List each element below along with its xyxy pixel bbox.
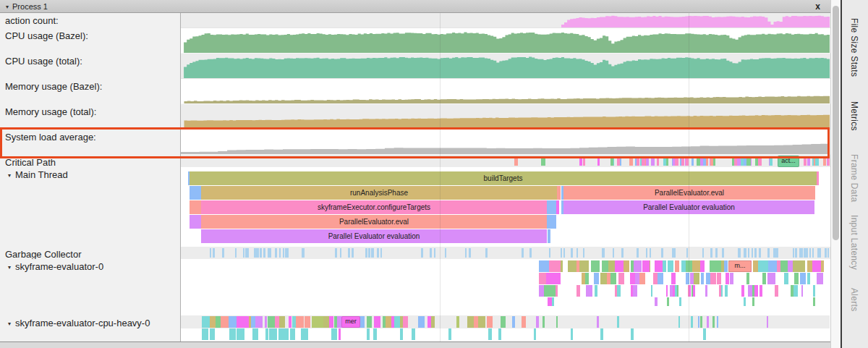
- trace-slice[interactable]: [597, 156, 600, 166]
- tab-input-latency[interactable]: Input Latency: [849, 215, 859, 270]
- event-chip[interactable]: act...: [778, 156, 799, 167]
- trace-slice[interactable]: [693, 285, 695, 297]
- trace-slice[interactable]: [738, 248, 740, 258]
- trace-slice[interactable]: [650, 248, 651, 258]
- trace-slice[interactable]: [795, 248, 796, 258]
- skyframe-evaluator-0-row-track[interactable]: m...: [181, 259, 830, 311]
- trace-slice[interactable]: [796, 260, 804, 272]
- trace-slice[interactable]: [544, 285, 556, 297]
- span-parallel-evaluator-evaluation[interactable]: Parallel Evaluator evaluation: [201, 229, 547, 243]
- trace-slice[interactable]: [263, 248, 265, 258]
- trace-slice[interactable]: [367, 328, 370, 340]
- trace-slice[interactable]: [715, 248, 718, 258]
- trace-slice[interactable]: [646, 248, 648, 258]
- trace-slice[interactable]: [552, 297, 554, 306]
- vertical-scrollbar-thumb[interactable]: [833, 6, 839, 240]
- trace-slice[interactable]: [534, 328, 536, 340]
- trace-slice[interactable]: [579, 260, 590, 272]
- trace-slice[interactable]: [675, 156, 678, 166]
- trace-slice[interactable]: [260, 248, 262, 258]
- trace-slice[interactable]: [380, 248, 382, 258]
- trace-slice[interactable]: [243, 316, 249, 328]
- close-icon[interactable]: x: [815, 0, 820, 13]
- trace-slice[interactable]: [488, 328, 491, 340]
- garbage-collector-row-track[interactable]: [181, 247, 830, 259]
- trace-slice[interactable]: [827, 156, 830, 166]
- trace-slice[interactable]: [403, 316, 407, 328]
- trace-slice[interactable]: [827, 248, 830, 258]
- trace-slice[interactable]: [701, 156, 703, 166]
- trace-slice[interactable]: [801, 248, 803, 258]
- trace-slice[interactable]: [600, 273, 606, 284]
- trace-slice[interactable]: [710, 156, 713, 166]
- trace-slice[interactable]: [677, 285, 678, 297]
- trace-slice[interactable]: [667, 297, 669, 306]
- main-thread-row-collapse-arrow-icon[interactable]: ▾: [8, 172, 11, 179]
- trace-slice[interactable]: [394, 316, 401, 328]
- collapse-arrow-icon[interactable]: ▾: [6, 1, 9, 14]
- trace-slice[interactable]: [710, 260, 721, 272]
- trace-slice[interactable]: [655, 297, 657, 306]
- trace-slice[interactable]: [793, 285, 797, 297]
- trace-slice[interactable]: [748, 248, 749, 258]
- trace-slice[interactable]: [707, 316, 709, 328]
- trace-slice[interactable]: [752, 248, 753, 258]
- trace-slice[interactable]: [523, 316, 526, 328]
- trace-slice[interactable]: [692, 156, 694, 166]
- trace-slice[interactable]: [651, 285, 652, 297]
- trace-slice[interactable]: [279, 316, 285, 328]
- trace-slice[interactable]: [710, 248, 712, 258]
- trace-slice[interactable]: [279, 248, 281, 258]
- trace-slice[interactable]: [658, 273, 663, 284]
- span-slice[interactable]: [190, 200, 201, 214]
- trace-slice[interactable]: [600, 328, 603, 340]
- trace-slice[interactable]: [610, 273, 616, 284]
- trace-slice[interactable]: [269, 248, 271, 258]
- trace-slice[interactable]: [335, 248, 337, 258]
- trace-slice[interactable]: [724, 260, 728, 272]
- trace-slice[interactable]: [431, 316, 435, 328]
- trace-slice[interactable]: [668, 260, 673, 272]
- span-parallel-evaluator-evaluation[interactable]: Parallel Evaluator evaluation: [563, 200, 814, 214]
- trace-slice[interactable]: [205, 316, 210, 328]
- trace-slice[interactable]: [610, 156, 613, 166]
- monitor-row-action-count-track[interactable]: [181, 13, 830, 28]
- trace-slice[interactable]: [717, 273, 720, 284]
- trace-slice[interactable]: [602, 260, 608, 272]
- trace-slice[interactable]: [501, 316, 506, 328]
- monitor-row-cpu-total-track[interactable]: [181, 54, 830, 79]
- trace-slice[interactable]: [539, 260, 549, 272]
- trace-slice[interactable]: [539, 285, 544, 297]
- tab-alerts[interactable]: Alerts: [849, 288, 859, 311]
- trace-slice[interactable]: [672, 248, 674, 258]
- trace-slice[interactable]: [334, 328, 337, 340]
- trace-slice[interactable]: [522, 248, 524, 258]
- trace-slice[interactable]: [712, 316, 715, 328]
- trace-slice[interactable]: [285, 328, 289, 340]
- trace-slice[interactable]: [794, 273, 799, 284]
- horizontal-scrollbar[interactable]: [0, 341, 830, 348]
- trace-slice[interactable]: [256, 328, 258, 340]
- monitor-row-mem-total-track[interactable]: [181, 104, 830, 130]
- span-parallelevaluator-eval[interactable]: ParallelEvaluator.eval: [201, 215, 547, 229]
- trace-slice[interactable]: [549, 260, 561, 272]
- trace-slice[interactable]: [692, 260, 700, 272]
- trace-slice[interactable]: [661, 248, 663, 258]
- trace-slice[interactable]: [617, 156, 621, 166]
- trace-slice[interactable]: [744, 156, 747, 166]
- span-skyframeexecutor-configuretargets[interactable]: skyframeExecutor.configureTargets: [201, 200, 547, 214]
- trace-slice[interactable]: [498, 328, 501, 340]
- trace-slice[interactable]: [302, 248, 304, 258]
- trace-slice[interactable]: [694, 273, 699, 284]
- trace-slice[interactable]: [681, 156, 684, 166]
- trace-slice[interactable]: [583, 248, 585, 258]
- trace-slice[interactable]: [825, 248, 827, 258]
- span-parallelevaluator-eval[interactable]: ParallelEvaluator.eval: [563, 186, 815, 200]
- trace-slice[interactable]: [686, 248, 689, 258]
- trace-slice[interactable]: [247, 248, 249, 258]
- trace-slice[interactable]: [258, 248, 259, 258]
- trace-slice[interactable]: [657, 156, 659, 166]
- trace-slice[interactable]: [679, 297, 681, 306]
- trace-slice[interactable]: [812, 260, 821, 272]
- trace-slice[interactable]: [823, 156, 825, 166]
